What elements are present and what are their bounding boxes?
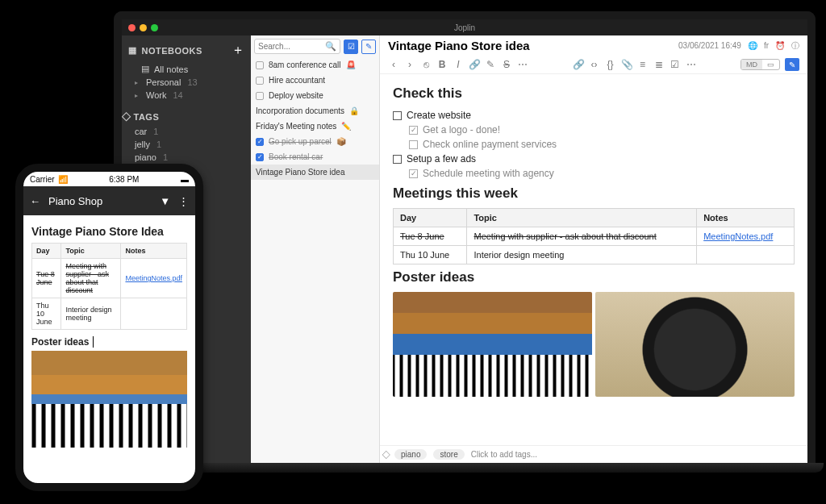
todo-checkbox[interactable] <box>256 92 264 100</box>
bullet-list-icon[interactable]: ≡ <box>637 59 649 70</box>
note-list-item[interactable]: Vintage Piano Store idea <box>251 165 379 180</box>
todo-checkbox[interactable] <box>256 77 264 85</box>
poster-image-row <box>393 292 795 397</box>
code-block-icon[interactable]: ‹› <box>589 59 600 70</box>
overflow-menu-icon[interactable]: ⋮ <box>178 195 189 207</box>
maximize-icon[interactable] <box>151 24 158 31</box>
link-icon[interactable]: 🔗 <box>469 59 480 70</box>
desktop-window: Joplin ▦ NOTEBOOKS ＋ ▤ All notes ▸ Perso… <box>114 11 816 463</box>
checkbox-icon[interactable] <box>393 111 402 120</box>
laptop-base <box>106 463 824 473</box>
back-arrow-icon[interactable]: ← <box>30 195 40 207</box>
sidebar-notebook-personal[interactable]: ▸ Personal 13 <box>122 76 251 89</box>
dropdown-icon[interactable]: ▼ <box>160 195 170 207</box>
minimize-icon[interactable] <box>140 24 147 31</box>
tag-chip[interactable]: store <box>433 449 464 460</box>
note-title[interactable]: Vintage Piano Store idea <box>388 39 530 52</box>
window-title: Joplin <box>122 23 807 32</box>
checkbox-icon[interactable] <box>409 169 418 178</box>
heading-check: Check this <box>393 85 795 102</box>
search-input[interactable]: 🔍 <box>254 39 340 54</box>
globe-icon[interactable]: 🌐 <box>748 41 757 50</box>
cell-topic: Interior design meeting <box>61 298 121 330</box>
note-list-item[interactable]: ✓Book rental car <box>251 149 379 165</box>
checklist-label: Create website <box>407 110 471 121</box>
add-notebook-button[interactable]: ＋ <box>232 42 245 59</box>
note-item-label: Book rental car <box>269 152 323 161</box>
close-icon[interactable] <box>128 24 136 31</box>
new-todo-button[interactable]: ☑ <box>344 40 358 54</box>
checklist-item[interactable]: Get a logo - done! <box>393 123 795 137</box>
note-list-item[interactable]: Deploy website <box>251 88 379 103</box>
note-item-emoji: 🔒 <box>349 106 359 115</box>
view-toggle[interactable]: MD ▭ <box>740 59 780 70</box>
search-field[interactable] <box>258 42 325 51</box>
checklist-item[interactable]: Setup a few ads <box>393 152 795 166</box>
markdown-toggle[interactable]: MD <box>741 60 762 69</box>
clock-label: 6:38 PM <box>109 175 139 184</box>
tag-icon: ⃟ <box>128 111 129 122</box>
bold-icon[interactable]: B <box>436 59 448 70</box>
checklist-icon[interactable]: ☑ <box>670 59 681 70</box>
checklist-item[interactable]: Schedule meeting with agency <box>393 166 795 181</box>
phone-poster-image <box>31 351 187 448</box>
sidebar-notebooks-header: ▦ NOTEBOOKS ＋ <box>122 39 251 62</box>
tag-chip[interactable]: piano <box>394 449 427 460</box>
checkbox-icon[interactable] <box>409 140 418 149</box>
checkbox-icon[interactable] <box>409 126 418 135</box>
more-2-icon[interactable]: ⋯ <box>686 59 697 70</box>
todo-checkbox[interactable] <box>256 61 264 69</box>
more-icon[interactable]: ⋯ <box>517 59 528 70</box>
attachment-icon[interactable]: 📎 <box>621 59 632 70</box>
strike-icon[interactable]: S <box>501 59 512 70</box>
phone-note-body[interactable]: Vintage Piano Store Idea DayTopicNotes T… <box>23 215 195 483</box>
table-row: Tue 8 JuneMeeting with supplier - ask ab… <box>32 259 187 298</box>
checkbox-icon[interactable] <box>393 155 402 164</box>
notes-link[interactable]: MeetingNotes.pdf <box>703 231 773 241</box>
sidebar-all-notes[interactable]: ▤ All notes <box>122 62 251 76</box>
note-list-item[interactable]: Friday's Meeting notes ✏️ <box>251 119 379 134</box>
notebook-label: Work <box>146 90 166 100</box>
back-icon[interactable]: ‹ <box>388 59 399 70</box>
external-link-icon[interactable]: ⎋ <box>420 59 432 70</box>
info-icon[interactable]: ⓘ <box>791 40 799 52</box>
sidebar-tag-jelly[interactable]: jelly 1 <box>122 138 251 151</box>
sidebar-tag-car[interactable]: car 1 <box>122 125 251 138</box>
todo-checkbox[interactable]: ✓ <box>256 138 264 146</box>
brackets-icon[interactable]: {} <box>605 59 616 70</box>
note-item-label: 8am conference call <box>269 60 341 69</box>
new-note-button[interactable]: ✎ <box>361 40 376 54</box>
heading-meetings: Meetings this week <box>393 185 795 202</box>
sidebar-notebook-work[interactable]: ▸ Work 14 <box>122 89 251 102</box>
forward-icon[interactable]: › <box>404 59 415 70</box>
note-list-item[interactable]: Incorporation documents 🔒 <box>251 103 379 119</box>
note-list-item[interactable]: Hire accountant <box>251 73 379 88</box>
checklist-label: Check online payment services <box>423 139 557 150</box>
chevron-right-icon: ▸ <box>135 79 141 86</box>
richtext-toggle[interactable]: ▭ <box>762 60 779 69</box>
notebook-label: Personal <box>146 77 181 87</box>
alarm-icon[interactable]: ⏰ <box>775 41 785 50</box>
notes-link[interactable]: MeetingNotes.pdf <box>125 274 182 282</box>
note-date: 03/06/2021 16:49 <box>678 41 741 50</box>
notebook-icon: ▦ <box>128 45 137 56</box>
checklist-item[interactable]: Check online payment services <box>393 137 795 152</box>
italic-icon[interactable]: I <box>453 59 464 70</box>
note-list-item[interactable]: 8am conference call 🚨 <box>251 57 379 73</box>
add-tags-placeholder[interactable]: Click to add tags... <box>471 450 537 459</box>
number-list-icon[interactable]: ≣ <box>653 59 665 70</box>
code-icon[interactable]: ✎ <box>485 59 496 70</box>
todo-checkbox[interactable]: ✓ <box>256 153 264 161</box>
editor-body[interactable]: Check this Create websiteGet a logo - do… <box>380 74 807 445</box>
attach-link-icon[interactable]: 🔗 <box>573 59 584 70</box>
phone-app-bar: ← Piano Shop ▼ ⋮ <box>23 186 195 215</box>
note-list-item[interactable]: ✓Go pick up parcel 📦 <box>251 134 379 149</box>
note-item-label: Deploy website <box>269 91 323 100</box>
sidebar-tag-piano[interactable]: piano 1 <box>122 151 251 164</box>
tag-label: piano <box>135 152 156 162</box>
poster-image-piano <box>393 292 592 397</box>
note-item-label: Friday's Meeting notes <box>256 122 336 131</box>
checklist-item[interactable]: Create website <box>393 108 795 123</box>
note-list-panel: 🔍 ☑ ✎ 8am conference call 🚨Hire accounta… <box>251 35 380 463</box>
toggle-editor-button[interactable]: ✎ <box>785 58 799 71</box>
